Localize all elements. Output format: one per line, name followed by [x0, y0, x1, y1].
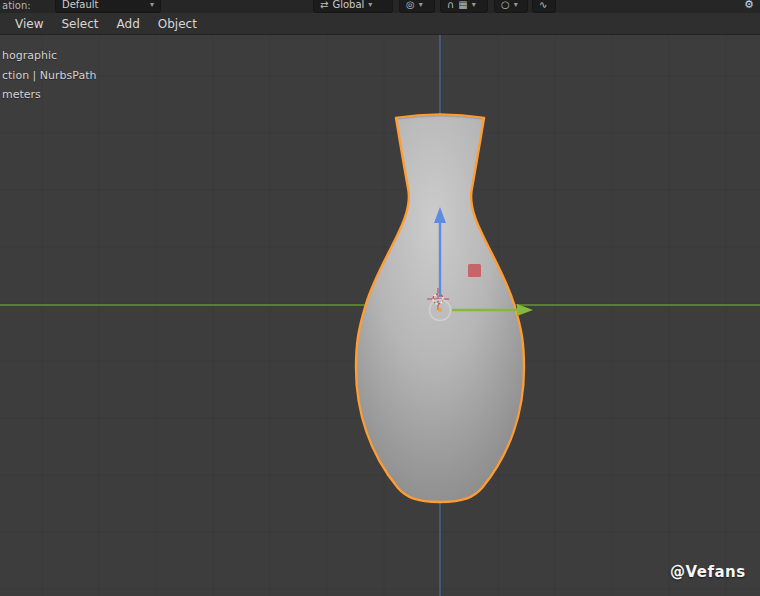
- falloff-dropdown[interactable]: ∿: [532, 0, 556, 13]
- blender-window: ation: Default ▾ ⇄ Global ▾ ◎ ▾ ∩ ▦ ▾ ○ …: [0, 0, 760, 596]
- transform-orientation-dropdown[interactable]: ⇄ Global ▾: [313, 0, 393, 13]
- chevron-down-icon: ▾: [150, 0, 154, 9]
- overlay-active-object: ction | NurbsPath: [2, 66, 96, 86]
- viewport-canvas: [0, 35, 760, 596]
- snapping-group[interactable]: ∩ ▦ ▾: [440, 0, 488, 13]
- object-origin-dot: [438, 308, 442, 312]
- menu-add[interactable]: Add: [108, 13, 149, 35]
- viewport-header: View Select Add Object: [0, 13, 760, 35]
- menu-select[interactable]: Select: [52, 13, 107, 35]
- gizmo-plane-handle[interactable]: [468, 264, 481, 277]
- falloff-curve-icon: ∿: [539, 0, 547, 10]
- chevron-down-icon: ▾: [419, 0, 423, 9]
- workspace-dropdown-value: Default: [62, 0, 99, 10]
- chevron-down-icon: ▾: [472, 0, 476, 9]
- proportional-editing-icon: ○: [501, 0, 510, 10]
- orientation-icon: ⇄: [320, 0, 328, 10]
- viewport-overlay-info: hographic ction | NurbsPath meters: [2, 46, 96, 105]
- pivot-point-dropdown[interactable]: ◎ ▾: [399, 0, 435, 13]
- magnet-icon[interactable]: ∩: [447, 0, 454, 10]
- menu-view[interactable]: View: [6, 13, 52, 35]
- watermark-text: @Vefans: [670, 563, 746, 581]
- topbar-left-label: ation:: [2, 0, 31, 11]
- topbar: ation: Default ▾ ⇄ Global ▾ ◎ ▾ ∩ ▦ ▾ ○ …: [0, 0, 760, 13]
- chevron-down-icon: ▾: [368, 0, 372, 9]
- viewport-3d[interactable]: hographic ction | NurbsPath meters @Vefa…: [0, 35, 760, 596]
- chevron-down-icon: ▾: [514, 0, 518, 9]
- workspace-dropdown[interactable]: Default ▾: [55, 0, 161, 13]
- snap-target-icon: ▦: [458, 0, 467, 10]
- orientation-dropdown-value: Global: [332, 0, 364, 10]
- menu-object[interactable]: Object: [149, 13, 206, 35]
- overlay-units: meters: [2, 85, 96, 105]
- proportional-editing-dropdown[interactable]: ○ ▾: [494, 0, 528, 13]
- pivot-point-icon: ◎: [406, 0, 415, 10]
- tool-settings-icon[interactable]: ⚙: [744, 0, 754, 11]
- overlay-view-name: hographic: [2, 46, 96, 66]
